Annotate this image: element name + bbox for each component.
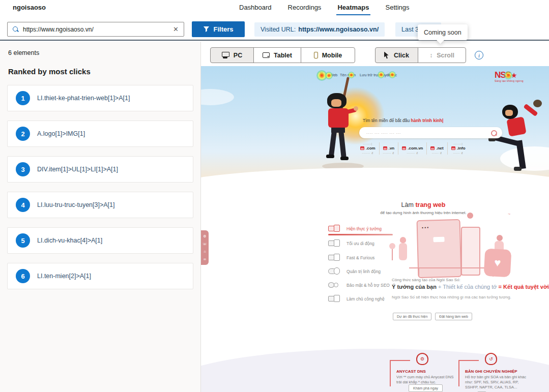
mode-scroll-button[interactable]: ↕ Scroll bbox=[418, 47, 466, 63]
cloud-gear-icon: ⚙ bbox=[416, 353, 428, 365]
feature-bao-mat-seo[interactable]: Bảo mật & hỗ trợ SEO bbox=[328, 281, 390, 289]
ranked-item-4[interactable]: 4 LI.luu-tru-truc-tuyen[3]>A[1] bbox=[7, 192, 193, 218]
ranked-item-6[interactable]: 6 LI.ten-mien[2]>A[1] bbox=[7, 263, 193, 289]
active-feature-underline bbox=[328, 234, 393, 235]
element-count: 6 elements bbox=[8, 49, 39, 56]
element-selector: LI.thiet-ke-phat-trien-web[1]>A[1] bbox=[37, 95, 130, 102]
feature-quan-tri[interactable]: Quản trị linh động bbox=[328, 267, 381, 276]
filters-button[interactable]: Filters bbox=[192, 21, 245, 37]
tab-recordings[interactable]: Recordings bbox=[287, 0, 323, 14]
mode-click-button[interactable]: Click bbox=[375, 47, 418, 63]
mode-scroll-label: Scroll bbox=[437, 52, 454, 59]
explore-now-button[interactable]: Khám phá ngay bbox=[409, 384, 443, 392]
visited-url-value: https://www.ngoisaoso.vn/ bbox=[298, 26, 379, 33]
ranked-item-1[interactable]: 1 LI.thiet-ke-phat-trien-web[1]>A[1] bbox=[7, 85, 193, 111]
tld-net[interactable]: .net ----- đ bbox=[426, 142, 447, 155]
figure-shape bbox=[399, 243, 407, 260]
home-icon[interactable]: ⌂ bbox=[204, 250, 206, 253]
site-nav-khac[interactable]: Khác bbox=[388, 73, 397, 77]
project-brand[interactable]: ngoisaoso bbox=[13, 4, 46, 11]
web-section-title: Làm trang web bbox=[347, 201, 500, 208]
visited-url-chip[interactable]: Visited URL: https://www.ngoisaoso.vn/ bbox=[254, 22, 385, 37]
tld-com-vn[interactable]: .com.vn ------ đ bbox=[398, 142, 426, 155]
site-logo[interactable]: NSS★ Sáng tạo không ngừng bbox=[495, 70, 524, 82]
ranked-item-2[interactable]: 2 A.logo[1]>IMG[1] bbox=[7, 120, 193, 147]
formula-line: Ý tưởng của bạn + Thiết kế của chúng tớ … bbox=[392, 284, 549, 290]
ranked-heading: Ranked by most clicks bbox=[8, 67, 91, 76]
cursor-icon bbox=[384, 52, 390, 59]
device-tablet-label: Tablet bbox=[274, 52, 292, 59]
filter-bar: ✕ Filters Visited URL: https://www.ngois… bbox=[0, 15, 549, 41]
cart-icon bbox=[360, 146, 364, 150]
pc-icon bbox=[222, 52, 229, 58]
ranked-item-5[interactable]: 5 LI.dich-vu-khac[4]>A[1] bbox=[7, 227, 193, 254]
rank-badge: 3 bbox=[16, 162, 30, 176]
tab-settings[interactable]: Settings bbox=[385, 0, 411, 14]
tld-com[interactable]: ------| .com ------ đ bbox=[357, 142, 379, 155]
logo-text: NSS bbox=[495, 70, 511, 80]
figure-shape bbox=[497, 235, 503, 241]
boxes-icon bbox=[328, 295, 340, 303]
device-tablet-button[interactable]: Tablet bbox=[253, 47, 301, 63]
clarity-heatmaps-page: ngoisaoso Dashboard Recordings Heatmaps … bbox=[0, 0, 549, 392]
feature-toi-uu[interactable]: Tối ưu di động bbox=[328, 239, 374, 248]
url-search-box[interactable]: ✕ bbox=[7, 22, 184, 37]
speed-card-icon bbox=[328, 254, 340, 262]
rank-badge: 1 bbox=[16, 91, 30, 105]
rank-badge: 4 bbox=[16, 198, 30, 212]
device-pc-button[interactable]: PC bbox=[210, 47, 254, 63]
logo-tagline: Sáng tạo không ngừng bbox=[495, 79, 524, 82]
ranked-item-3[interactable]: 3 DIV.item[1]>UL[1]>LI[1]>A[1] bbox=[7, 156, 193, 183]
bird-icon: ~ bbox=[508, 212, 510, 217]
tab-heatmaps[interactable]: Heatmaps bbox=[336, 0, 370, 16]
tree-shape bbox=[392, 247, 393, 260]
coming-soon-tooltip: Coming soon bbox=[418, 24, 468, 40]
tld-vn[interactable]: .vn ------ đ bbox=[379, 142, 398, 155]
feature-fast-furious[interactable]: Fast & Furious bbox=[328, 254, 374, 262]
feature-hien-thuc[interactable]: Hiện thực ý tưởng bbox=[328, 225, 382, 233]
domain-search-bar[interactable]: ---- --- ---- --- --- bbox=[359, 127, 502, 138]
drawing-board-shape: ••• bbox=[417, 219, 462, 278]
ranked-clicks-sidebar: 6 elements Ranked by most clicks 1 LI.th… bbox=[0, 42, 201, 392]
cart-icon bbox=[430, 146, 435, 150]
website-illustration: ~ ••• ♥ bbox=[392, 217, 519, 279]
tld-info[interactable]: ------| .info ----- đ bbox=[447, 142, 469, 155]
dns-card-body: Hỗ trợ bản ghi SOA và bản ghi khác như: … bbox=[465, 375, 528, 390]
laptop-plus-icon bbox=[328, 239, 340, 248]
hero-prompt: Tìm tên miền để bắt đầu hành trình kinh| bbox=[363, 118, 443, 123]
feature-lam-chu[interactable]: Làm chủ công nghệ bbox=[328, 295, 385, 303]
tld-price-row: ------| .com ------ đ .vn ------ đ .com.… bbox=[357, 142, 469, 155]
site-nav-web[interactable]: Web bbox=[330, 73, 337, 77]
projects-done-button[interactable]: Dự án đã thực hiện bbox=[393, 313, 431, 320]
phone-icon[interactable]: ☏ bbox=[203, 242, 207, 246]
link-icon[interactable]: ∞ bbox=[204, 257, 206, 261]
monitor-pencil-icon bbox=[328, 225, 340, 233]
cloud-shape bbox=[201, 89, 234, 105]
search-input[interactable] bbox=[23, 26, 172, 33]
device-mobile-button[interactable]: Mobile bbox=[301, 47, 355, 63]
info-icon[interactable]: i bbox=[475, 51, 483, 59]
clear-search-icon[interactable]: ✕ bbox=[172, 25, 180, 33]
date-range-label: Last 3 bbox=[401, 26, 419, 33]
site-nav-luu-tru[interactable]: Lưu trữ trực tuyến bbox=[360, 73, 391, 77]
cloud-admin-icon bbox=[328, 267, 340, 276]
rank-badge: 6 bbox=[16, 269, 30, 283]
figure-shape bbox=[467, 213, 473, 219]
dns-card-title: ANYCAST DNS bbox=[396, 369, 426, 374]
mobile-icon bbox=[314, 52, 318, 58]
domain-search-icon[interactable] bbox=[490, 130, 497, 136]
element-selector: DIV.item[1]>UL[1]>LI[1]>A[1] bbox=[37, 166, 118, 173]
cart-icon bbox=[383, 146, 387, 150]
gear-icon[interactable]: ⚙ bbox=[203, 234, 206, 238]
tooltip-text: Coming soon bbox=[424, 29, 461, 36]
tab-dashboard[interactable]: Dashboard bbox=[238, 0, 273, 14]
device-toggle: PC Tablet Mobile bbox=[210, 47, 355, 63]
order-web-button[interactable]: Đặt hàng làm web bbox=[435, 313, 472, 320]
formula-note: Ngôi Sao Số sẽ hiện thực hóa những gì mà… bbox=[392, 295, 511, 299]
nav-tabs: Dashboard Recordings Heatmaps Settings bbox=[238, 0, 411, 15]
hamburger-icon[interactable]: ≡ bbox=[320, 70, 323, 77]
site-nav-ten-mien[interactable]: Tên miền bbox=[340, 73, 356, 77]
rank-badge: 5 bbox=[16, 233, 30, 248]
rank-badge: 2 bbox=[16, 127, 30, 141]
web-section-subtitle: để tạo dựng hình ảnh thương hiệu trên in… bbox=[347, 210, 500, 215]
